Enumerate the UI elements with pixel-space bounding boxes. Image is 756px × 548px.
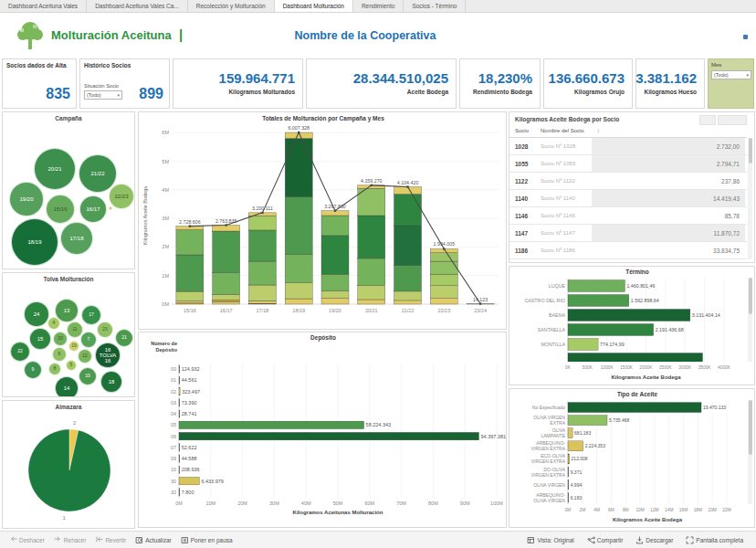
bar-segment-22-23[interactable]	[430, 286, 457, 299]
bar-segment-20-21[interactable]	[358, 216, 385, 258]
bar-09[interactable]	[179, 455, 180, 463]
header-marker-icon[interactable]	[743, 35, 748, 39]
bar-segment-16-17[interactable]	[213, 300, 240, 301]
bar-segment-22-23[interactable]	[430, 299, 457, 304]
table-control-box[interactable]	[699, 115, 716, 125]
scrollbar-thumb[interactable]	[749, 138, 752, 163]
bar-castro-del-rio[interactable]	[568, 295, 629, 307]
bar-03[interactable]	[179, 399, 180, 407]
toolbar-fullscreen-button[interactable]: Pantalla completa	[686, 536, 743, 544]
column-header-nombre[interactable]: Nombre del Socio	[541, 128, 584, 133]
bar-segment-18-19[interactable]	[285, 139, 312, 197]
table-row[interactable]: 1146Socio Nº 114685,78	[509, 207, 747, 225]
bar-segment-15-16[interactable]	[176, 300, 204, 302]
bar-segment-19-20[interactable]	[321, 290, 349, 298]
bubble-mark-22[interactable]: 22	[10, 342, 30, 362]
bubble-mark-17-18[interactable]: 17/18	[60, 222, 93, 255]
bar-segment-16-17[interactable]	[213, 294, 240, 300]
situacion-socio-dropdown[interactable]: (Todo) ▾	[84, 90, 122, 100]
tab-dashboard-aceituna-vales[interactable]: Dashboard Aceituna Vales	[0, 0, 87, 12]
bar-segment-20-21[interactable]	[358, 300, 385, 304]
scrollbar-thumb[interactable]	[749, 278, 752, 314]
bar-arbequino-virgen-extra[interactable]	[568, 441, 583, 451]
table-row[interactable]: 1147Socio Nº 114711.870,72	[509, 225, 747, 242]
bubble-mark-15-16[interactable]: 15/16	[46, 195, 75, 224]
bar-segment-21-22[interactable]	[394, 195, 422, 226]
bubble-mark[interactable]	[109, 206, 112, 210]
bar-10[interactable]	[179, 466, 180, 474]
bar-segment-16-17[interactable]	[213, 301, 240, 304]
bar-segment-17-18[interactable]	[248, 285, 276, 300]
bar-segment-20-21[interactable]	[358, 286, 385, 300]
bar-04[interactable]	[179, 410, 180, 418]
bubble-mark-17[interactable]: 17	[81, 305, 101, 325]
bubble-mark-20-21[interactable]: 20/21	[34, 148, 76, 190]
bubble-mark-19-20[interactable]: 19/20	[9, 182, 44, 216]
bar-segment-21-22[interactable]	[394, 226, 422, 266]
bubble-mark-19[interactable]: 19	[68, 341, 79, 352]
bubble-mark-15[interactable]: 15	[29, 328, 51, 350]
bar-oliva-virgen[interactable]	[568, 480, 569, 490]
bar-partial[interactable]	[568, 353, 702, 365]
bar-luque[interactable]	[568, 280, 625, 292]
sort-icon[interactable]: ↕	[597, 128, 600, 133]
bubble-mark-16-17[interactable]: 16/17	[79, 195, 107, 223]
bar-00[interactable]	[179, 365, 180, 374]
bar-segment-17-18[interactable]	[248, 261, 276, 285]
bar-segment-18-19[interactable]	[285, 283, 312, 300]
bubble-mark-7[interactable]: 7	[80, 332, 97, 348]
bar-segment-15-16[interactable]	[176, 255, 204, 291]
bubble-mark-22-23[interactable]: 22/23	[109, 184, 134, 209]
bar-baena[interactable]	[568, 310, 690, 321]
pie-slice-1[interactable]	[28, 429, 110, 511]
bar-segment-21-22[interactable]	[394, 300, 422, 304]
bar-segment-16-17[interactable]	[213, 231, 240, 272]
tab-rendimiento[interactable]: Rendimiento	[353, 0, 404, 12]
bar-arbequino-oliva-virgen[interactable]	[568, 492, 569, 502]
tipo-scrollbar[interactable]	[748, 400, 752, 504]
table-scrollbar[interactable]	[748, 138, 752, 259]
bar-segment-17-18[interactable]	[248, 216, 276, 230]
bar-01[interactable]	[179, 376, 180, 385]
table-row[interactable]: 1140Socio Nº 114014.419,43	[509, 190, 747, 207]
column-header-socio[interactable]: Socio	[515, 128, 529, 133]
bar-eco-oliva-virgen-extra[interactable]	[568, 454, 570, 464]
bubble-mark-12[interactable]: 12	[78, 349, 92, 364]
bubble-mark-18-19[interactable]: 18/19	[11, 218, 58, 266]
scrollbar-thumb[interactable]	[749, 400, 752, 455]
bar-segment-15-16[interactable]	[176, 229, 204, 255]
tab-recolecci-n-y-molturaci-n[interactable]: Recolección y Molturación	[188, 0, 275, 12]
toolbar-pause-button[interactable]: Poner en pausa	[181, 536, 233, 544]
bubble-mark-6[interactable]: 6	[52, 347, 67, 362]
bubble-mark-20[interactable]: 20	[53, 332, 68, 346]
bar-no-especificado[interactable]	[568, 403, 701, 413]
bar-segment-19-20[interactable]	[321, 298, 349, 304]
bubble-mark-21[interactable]: 21	[115, 329, 133, 347]
toolbar-download-button[interactable]: Descargar	[635, 536, 673, 544]
bar-segment-18-19[interactable]	[285, 197, 312, 255]
bar-segment-17-18[interactable]	[248, 230, 276, 261]
bubble-mark-8[interactable]: 8	[48, 363, 61, 375]
toolbar-view-button[interactable]: Vista: Original	[527, 536, 573, 544]
bar-segment-15-16[interactable]	[176, 303, 204, 304]
mes-filter-dropdown[interactable]: (Todo) ▾	[711, 70, 751, 79]
bar-segment-19-20[interactable]	[321, 216, 349, 236]
bar-segment-18-19[interactable]	[285, 254, 312, 282]
bubble-mark-23[interactable]: 23	[97, 321, 113, 338]
bar-santaella[interactable]	[568, 324, 654, 336]
table-row[interactable]: 1028Socio Nº 10282.732,00	[509, 138, 747, 155]
table-row[interactable]: 1122Socio Nº 1122237,86	[509, 173, 747, 190]
bar-oliva-virgen-extra[interactable]	[568, 416, 607, 426]
bar-07[interactable]	[179, 444, 180, 452]
bar-segment-22-23[interactable]	[430, 253, 457, 261]
bar-05[interactable]	[179, 421, 364, 429]
table-row[interactable]: 1055Socio Nº 10552.794,71	[509, 155, 747, 173]
bubble-mark-14[interactable]: 14	[55, 376, 79, 397]
bar-oliva-lampante[interactable]	[568, 428, 572, 438]
bar-montilla[interactable]	[568, 339, 598, 351]
bar-do-oliva-virgen-extra[interactable]	[568, 467, 569, 477]
bar-segment-21-22[interactable]	[394, 266, 422, 291]
bubble-mark-5[interactable]: 5	[66, 360, 77, 371]
bubble-mark-10[interactable]: 10	[79, 367, 97, 385]
bar-segment-15-16[interactable]	[176, 291, 204, 300]
